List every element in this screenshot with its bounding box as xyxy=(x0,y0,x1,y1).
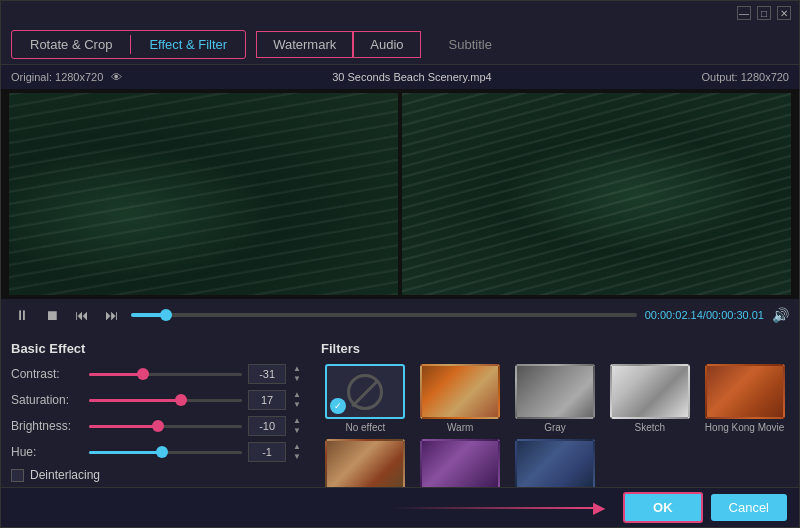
arrow-indicator: ▶ xyxy=(13,498,615,517)
footer: ▶ OK Cancel xyxy=(1,487,799,527)
main-window: — □ ✕ Rotate & Crop Effect & Filter Wate… xyxy=(0,0,800,528)
filter-thumb-sketch xyxy=(610,364,690,419)
video-info-bar: Original: 1280x720 👁 30 Seconds Beach Sc… xyxy=(1,65,799,89)
basic-effect-panel: Basic Effect Contrast: -31 ▲ ▼ Saturatio… xyxy=(11,341,301,477)
stop-button[interactable]: ⏹ xyxy=(41,305,63,325)
playback-bar: ⏸ ⏹ ⏮ ⏭ 00:00:02.14/00:00:30.01 🔊 xyxy=(1,299,799,331)
filter-name-hk: Hong Kong Movie xyxy=(705,422,785,433)
filter-row2a[interactable] xyxy=(321,439,410,487)
brightness-row: Brightness: -10 ▲ ▼ xyxy=(11,416,301,436)
filter-no-effect[interactable]: ✓ No effect xyxy=(321,364,410,433)
total-time: 00:00:30.01 xyxy=(706,309,764,321)
next-frame-button[interactable]: ⏭ xyxy=(101,305,123,325)
title-bar: — □ ✕ xyxy=(1,1,799,25)
prev-frame-button[interactable]: ⏮ xyxy=(71,305,93,325)
contrast-up[interactable]: ▲ xyxy=(293,364,301,374)
deinterlacing-label: Deinterlacing xyxy=(30,468,100,482)
filter-name-sketch: Sketch xyxy=(635,422,666,433)
hue-row: Hue: -1 ▲ ▼ xyxy=(11,442,301,462)
video-frames xyxy=(1,89,799,299)
filter-thumb-warm xyxy=(420,364,500,419)
progress-track[interactable] xyxy=(131,313,637,317)
original-resolution: Original: 1280x720 xyxy=(11,71,103,83)
bottom-panel: Basic Effect Contrast: -31 ▲ ▼ Saturatio… xyxy=(1,331,799,487)
contrast-spinners[interactable]: ▲ ▼ xyxy=(293,364,301,384)
hue-label: Hue: xyxy=(11,445,83,459)
saturation-slider[interactable] xyxy=(89,399,242,402)
contrast-label: Contrast: xyxy=(11,367,83,381)
brightness-spinners[interactable]: ▲ ▼ xyxy=(293,416,301,436)
brightness-slider[interactable] xyxy=(89,425,242,428)
hue-spinners[interactable]: ▲ ▼ xyxy=(293,442,301,462)
saturation-value: 17 xyxy=(248,390,286,410)
brightness-down[interactable]: ▼ xyxy=(293,426,301,436)
filter-thumb-row2b xyxy=(420,439,500,487)
filters-title: Filters xyxy=(321,341,789,356)
filter-sketch[interactable]: Sketch xyxy=(605,364,694,433)
hue-up[interactable]: ▲ xyxy=(293,442,301,452)
contrast-slider[interactable] xyxy=(89,373,242,376)
video-frame-preview xyxy=(402,93,791,295)
saturation-spinners[interactable]: ▲ ▼ xyxy=(293,390,301,410)
filters-grid: ✓ No effect Warm Gray Sketch xyxy=(321,364,789,487)
filter-thumb-row2c xyxy=(515,439,595,487)
saturation-row: Saturation: 17 ▲ ▼ xyxy=(11,390,301,410)
filter-row2b[interactable] xyxy=(416,439,505,487)
eye-icon[interactable]: 👁 xyxy=(111,71,122,83)
hue-value: -1 xyxy=(248,442,286,462)
filters-section: Filters ✓ No effect Warm xyxy=(321,341,789,477)
frame-original-bg xyxy=(9,93,398,295)
filter-thumb-row2a xyxy=(325,439,405,487)
filter-hk-movie[interactable]: Hong Kong Movie xyxy=(700,364,789,433)
contrast-value: -31 xyxy=(248,364,286,384)
video-frame-original xyxy=(9,93,398,295)
time-display: 00:00:02.14/00:00:30.01 xyxy=(645,309,764,321)
contrast-down[interactable]: ▼ xyxy=(293,374,301,384)
hue-slider[interactable] xyxy=(89,451,242,454)
ok-button[interactable]: OK xyxy=(623,492,703,523)
deinterlacing-row: Deinterlacing xyxy=(11,468,301,482)
no-effect-icon xyxy=(347,374,383,410)
filter-gray[interactable]: Gray xyxy=(511,364,600,433)
filter-thumb-no-effect: ✓ xyxy=(325,364,405,419)
filter-name-gray: Gray xyxy=(544,422,566,433)
arrow-head-icon: ▶ xyxy=(593,498,605,517)
brightness-up[interactable]: ▲ xyxy=(293,416,301,426)
tab-bar: Rotate & Crop Effect & Filter Watermark … xyxy=(1,25,799,65)
hue-down[interactable]: ▼ xyxy=(293,452,301,462)
tab-subtitle[interactable]: Subtitle xyxy=(431,31,510,58)
filter-name-no-effect: No effect xyxy=(345,422,385,433)
current-time: 00:00:02.14 xyxy=(645,309,703,321)
video-title: 30 Seconds Beach Scenery.mp4 xyxy=(122,71,701,83)
cancel-button[interactable]: Cancel xyxy=(711,494,787,521)
contrast-row: Contrast: -31 ▲ ▼ xyxy=(11,364,301,384)
arrow-line xyxy=(393,507,593,509)
close-button[interactable]: ✕ xyxy=(777,6,791,20)
brightness-value: -10 xyxy=(248,416,286,436)
output-resolution: Output: 1280x720 xyxy=(702,71,789,83)
tab-group-main: Rotate & Crop Effect & Filter xyxy=(11,30,246,59)
tab-rotate-crop[interactable]: Rotate & Crop xyxy=(12,31,130,58)
maximize-button[interactable]: □ xyxy=(757,6,771,20)
pause-button[interactable]: ⏸ xyxy=(11,305,33,325)
filter-name-warm: Warm xyxy=(447,422,473,433)
brightness-label: Brightness: xyxy=(11,419,83,433)
saturation-down[interactable]: ▼ xyxy=(293,400,301,410)
filter-thumb-gray xyxy=(515,364,595,419)
tab-watermark[interactable]: Watermark xyxy=(256,31,353,58)
tab-effect-filter[interactable]: Effect & Filter xyxy=(131,31,245,58)
saturation-label: Saturation: xyxy=(11,393,83,407)
basic-effect-title: Basic Effect xyxy=(11,341,301,356)
deinterlacing-checkbox[interactable] xyxy=(11,469,24,482)
minimize-button[interactable]: — xyxy=(737,6,751,20)
tab-audio[interactable]: Audio xyxy=(353,31,420,58)
selected-check-icon: ✓ xyxy=(330,398,346,414)
volume-icon[interactable]: 🔊 xyxy=(772,307,789,323)
filter-warm[interactable]: Warm xyxy=(416,364,505,433)
filter-row2c[interactable] xyxy=(511,439,600,487)
saturation-up[interactable]: ▲ xyxy=(293,390,301,400)
frame-preview-bg xyxy=(402,93,791,295)
progress-thumb xyxy=(160,309,172,321)
filter-thumb-hk xyxy=(705,364,785,419)
